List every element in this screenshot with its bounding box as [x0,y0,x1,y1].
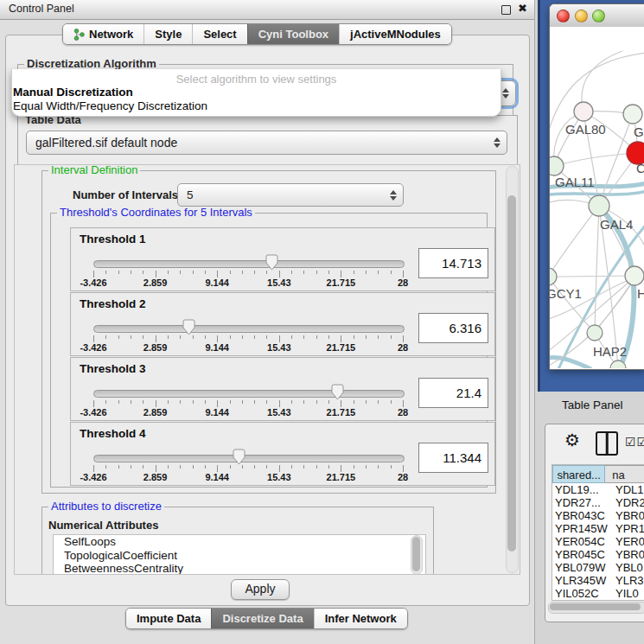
tab-discretize-data[interactable]: Discretize Data [211,609,313,628]
node-label: GAL4 [600,217,633,232]
network-node-hap2[interactable] [587,325,603,341]
slider-track[interactable] [93,325,405,333]
slider-thumb[interactable] [182,319,196,336]
popup-option-manual[interactable]: Manual Discretization [12,86,501,99]
tick-mark [93,271,94,277]
tick-mark [93,335,94,342]
table-row[interactable]: YDL19...YDL1 [552,483,644,496]
threshold-value-field[interactable]: 11.344 [418,443,488,473]
network-node-gcy1[interactable] [550,268,557,285]
tab-label: Select [203,28,236,41]
attribute-item[interactable]: BetweennessCentrality [54,562,425,575]
threshold-value-field[interactable]: 21.4 [418,378,488,408]
cell-name: YBR0 [615,548,644,561]
control-panel-titlebar: Control Panel ✖ [0,0,534,20]
node-label: GAL11 [555,175,595,189]
table-row[interactable]: YBR045CYBR0 [552,548,644,561]
tab-select[interactable]: Select [192,24,246,44]
scale-label: 28 [398,277,408,288]
tick-mark [378,400,379,404]
tab-impute-data[interactable]: Impute Data [126,609,211,628]
slider-track[interactable] [93,390,405,398]
close-icon[interactable]: ✖ [518,2,527,15]
tick-mark [354,335,354,339]
minimize-traffic-light[interactable] [575,10,588,22]
number-of-intervals-combobox[interactable]: 5 [177,183,404,207]
columns-icon[interactable] [596,431,618,456]
scale-label: 2.859 [143,407,168,418]
tick-mark [291,465,292,469]
slider-thumb[interactable] [232,449,246,466]
tab-style[interactable]: Style [143,24,192,44]
combo-arrows-icon [390,190,397,201]
tab-network[interactable]: Network [63,24,143,44]
tab-jactivemnodules[interactable]: jActiveMNodules [339,24,451,44]
attribute-item[interactable]: SelfLoops [54,535,425,549]
tick-mark [93,400,94,407]
network-node-ga[interactable] [623,105,642,124]
table-row[interactable]: YIL052CYIL0 [552,587,644,600]
threshold-value-field[interactable]: 6.316 [418,313,488,343]
slider-track[interactable] [93,260,405,268]
tick-mark [105,271,106,274]
number-of-intervals-value: 5 [187,188,194,201]
slider-thumb[interactable] [330,384,345,401]
table-row[interactable]: YBL079WYBL0 [552,561,644,574]
tick-mark [205,335,206,339]
tab-cyni-toolbox[interactable]: Cyni Toolbox [247,24,339,44]
tick-mark [168,465,169,469]
tick-mark [341,400,341,407]
numerical-attributes-list[interactable]: SelfLoopsTopologicalCoefficientBetweenne… [53,534,426,575]
node-label: H [637,286,644,301]
cell-shared-name: YBR043C [552,509,615,522]
table-row[interactable]: YER054CYER0 [552,535,644,548]
cell-name: YBL0 [615,561,644,574]
tick-mark [316,400,317,404]
network-node-h[interactable] [625,266,644,285]
scale-label: -3.426 [80,342,106,353]
table-data-combobox[interactable]: galFiltered.sif default node [26,131,507,155]
slider-track[interactable] [93,455,405,462]
tick-mark [328,400,329,404]
slider-thumb[interactable] [265,254,279,271]
tick-mark [328,465,329,469]
tick-mark [279,335,280,342]
table-row[interactable]: YDR27...YDR2 [552,496,644,509]
network-node-gal11[interactable] [550,156,564,175]
network-node-gal80[interactable] [574,102,593,121]
algorithm-popup: Select algorithm to view settings Manual… [11,69,501,117]
gear-icon[interactable]: ⚙ [564,431,580,449]
scale-label: 28 [398,342,408,353]
tick-mark [193,271,194,274]
tab-label: jActiveMNodules [350,28,441,41]
table-row[interactable]: YLR345WYLR3 [552,574,644,587]
network-node-gal4[interactable] [589,195,609,216]
tick-mark [316,335,317,339]
threshold-panel: Threshold 2-3.4262.8599.14415.4321.71528… [70,292,495,356]
column-header-1[interactable]: shared... [552,465,605,483]
float-window-icon[interactable] [501,5,511,15]
tab-label: Network [89,28,133,41]
popup-option-equal-width[interactable]: Equal Width/Frequency Discretization [12,99,501,113]
table-row[interactable]: YBR043CYBR0 [552,509,644,522]
tab-infer-network[interactable]: Infer Network [314,609,407,628]
tick-mark [354,465,354,469]
scrollbar-thumb[interactable] [412,537,420,571]
settings-scrollbar[interactable] [506,166,519,573]
scrollbar-thumb[interactable] [507,195,516,552]
close-traffic-light[interactable] [557,10,570,22]
zoom-traffic-light[interactable] [592,10,605,22]
select-columns-checkboxes-icon[interactable]: ☑☑ [625,435,644,449]
table-row[interactable]: YPR145WYPR1 [552,522,644,535]
attributes-list-scrollbar[interactable] [411,535,423,575]
attribute-item[interactable]: TopologicalCoefficient [54,549,425,563]
control-panel-window: Control Panel ✖ NetworkStyleSelectCyni T… [0,0,535,644]
column-header-2[interactable]: na [605,465,644,483]
table-horizontal-scrollbar[interactable] [548,602,644,614]
tick-mark [303,465,304,469]
network-canvas[interactable]: GAL80GACGAL11GAL4GCY1HHAP2 [550,27,644,368]
apply-button[interactable]: Apply [231,579,290,600]
scrollbar-thumb[interactable] [550,603,641,610]
tick-mark [143,465,143,469]
threshold-value-field[interactable]: 14.713 [418,248,488,278]
